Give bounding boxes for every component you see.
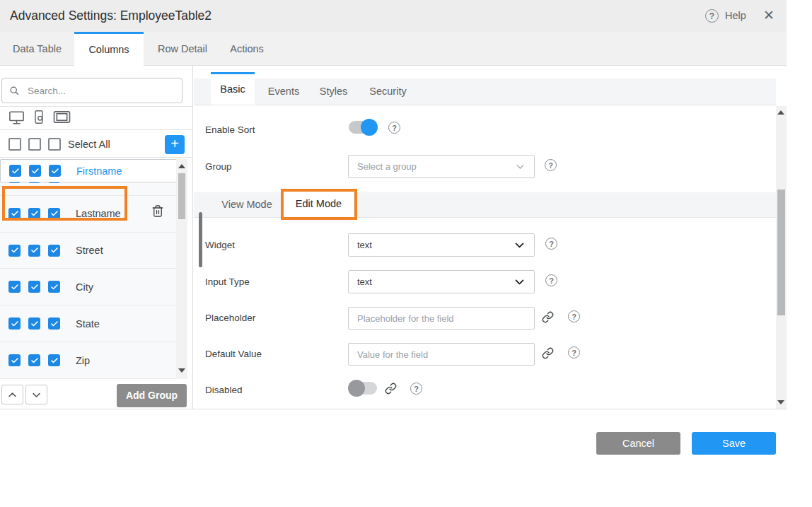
sidebar-line — [0, 157, 192, 158]
mode-tab-bar — [194, 192, 776, 218]
tab-edit-mode[interactable]: Edit Mode — [284, 189, 354, 218]
cancel-button[interactable]: Cancel — [596, 432, 680, 455]
sidebar-line — [0, 106, 192, 107]
bind-data-link-icon[interactable] — [385, 383, 397, 395]
default-value-label: Default Value — [205, 349, 262, 359]
tab-actions[interactable]: Actions — [221, 32, 272, 66]
advanced-settings-dialog: Advanced Settings: EmployeeTable2 ? Help… — [0, 0, 812, 507]
widget-select-value: text — [357, 240, 514, 250]
enable-sort-help-icon[interactable]: ? — [388, 122, 400, 134]
column-row-street[interactable]: Street — [0, 233, 176, 269]
checkbox-checked[interactable] — [8, 208, 21, 220]
disabled-help-icon[interactable]: ? — [410, 383, 422, 395]
add-column-button[interactable]: + — [165, 135, 185, 154]
group-help-icon[interactable]: ? — [545, 159, 557, 171]
checkbox-checked[interactable] — [29, 165, 41, 177]
bind-data-link-icon[interactable] — [542, 347, 554, 359]
chevron-down-icon — [514, 239, 526, 251]
checkbox-checked[interactable] — [8, 354, 21, 366]
device-toggle-row — [8, 109, 71, 125]
column-list: Emp Id Firstname Lastname Street — [0, 159, 176, 379]
widget-help-icon[interactable]: ? — [545, 238, 557, 250]
tab-row-detail[interactable]: Row Detail — [144, 32, 221, 66]
disabled-toggle[interactable] — [348, 380, 378, 397]
input-type-select-value: text — [357, 276, 514, 287]
page-title: Advanced Settings: EmployeeTable2 — [10, 0, 211, 32]
column-row-firstname[interactable]: Firstname — [0, 159, 187, 182]
bind-data-link-icon[interactable] — [542, 311, 554, 323]
help-link[interactable]: Help — [725, 0, 746, 32]
close-icon[interactable]: ✕ — [763, 0, 775, 30]
checkbox-checked[interactable] — [48, 245, 60, 257]
scroll-down-arrow[interactable] — [178, 368, 185, 373]
checkbox-checked[interactable] — [49, 165, 61, 177]
column-label: Street — [76, 245, 103, 256]
checkbox-checked[interactable] — [8, 317, 21, 330]
checkbox-checked[interactable] — [8, 281, 21, 293]
default-value-help-icon[interactable]: ? — [568, 346, 580, 359]
scroll-up-arrow[interactable] — [777, 110, 784, 115]
tab-data-table[interactable]: Data Table — [0, 32, 74, 66]
search-input[interactable] — [26, 85, 175, 97]
desktop-icon[interactable] — [8, 110, 25, 125]
checkbox-checked[interactable] — [48, 281, 60, 293]
delete-column-icon[interactable] — [151, 204, 164, 218]
checkbox-checked[interactable] — [48, 317, 60, 330]
scrollbar-thumb[interactable] — [178, 173, 185, 219]
checkbox-checked[interactable] — [8, 245, 21, 257]
tab-basic[interactable]: Basic — [211, 72, 255, 105]
default-value-input[interactable] — [348, 343, 535, 366]
toggle-knob — [361, 119, 378, 136]
search-box — [1, 78, 182, 103]
panel-scrollbar[interactable] — [776, 106, 787, 409]
column-row-city[interactable]: City — [0, 269, 176, 305]
move-column-up-button[interactable] — [1, 385, 23, 404]
help-icon[interactable]: ? — [705, 9, 719, 23]
checkbox-checked[interactable] — [28, 245, 40, 257]
column-row-zip[interactable]: Zip — [0, 342, 176, 379]
checkbox-checked[interactable] — [28, 317, 40, 330]
mobile-icon[interactable] — [32, 109, 46, 125]
tab-view-mode[interactable]: View Mode — [219, 192, 274, 217]
tab-columns[interactable]: Columns — [74, 32, 144, 66]
scroll-down-arrow[interactable] — [777, 400, 784, 404]
input-type-label: Input Type — [205, 276, 250, 287]
scrollbar-thumb[interactable] — [777, 190, 785, 315]
group-select-placeholder: Select a group — [357, 161, 515, 172]
placeholder-input[interactable] — [348, 307, 535, 330]
column-label: State — [76, 318, 100, 330]
checkbox-checked[interactable] — [28, 208, 40, 220]
select-all-desktop-checkbox[interactable] — [8, 138, 21, 151]
enable-sort-label: Enable Sort — [205, 124, 255, 135]
checkbox-checked[interactable] — [48, 354, 60, 366]
move-column-down-button[interactable] — [25, 385, 47, 404]
sidebar-scrollbar[interactable] — [176, 159, 187, 379]
tab-security[interactable]: Security — [366, 78, 410, 105]
add-group-button[interactable]: Add Group — [117, 384, 187, 407]
placeholder-help-icon[interactable]: ? — [568, 310, 580, 322]
toggle-knob — [348, 380, 365, 397]
chevron-down-icon — [515, 161, 526, 172]
checkbox-checked[interactable] — [28, 281, 40, 293]
select-all-tablet-checkbox[interactable] — [48, 138, 61, 151]
tab-events[interactable]: Events — [265, 78, 302, 105]
column-row-state[interactable]: State — [0, 305, 176, 342]
checkbox-checked[interactable] — [9, 165, 21, 177]
enable-sort-toggle[interactable] — [348, 119, 378, 136]
checkbox-checked[interactable] — [48, 208, 60, 220]
input-type-help-icon[interactable]: ? — [545, 274, 557, 286]
scroll-up-arrow[interactable] — [178, 164, 185, 168]
tablet-icon[interactable] — [53, 110, 71, 124]
tab-styles[interactable]: Styles — [317, 78, 350, 105]
column-label: City — [76, 281, 93, 293]
group-select[interactable]: Select a group — [348, 155, 535, 178]
column-label: Firstname — [76, 165, 122, 177]
panel-scrollbar-thumb[interactable] — [199, 212, 202, 267]
checkbox-checked[interactable] — [28, 354, 40, 366]
sidebar-divider — [192, 66, 193, 409]
widget-select[interactable]: text — [348, 233, 535, 257]
input-type-select[interactable]: text — [348, 270, 535, 293]
save-button[interactable]: Save — [692, 432, 776, 455]
select-all-mobile-checkbox[interactable] — [28, 138, 41, 151]
column-row-lastname[interactable]: Lastname — [0, 196, 176, 233]
